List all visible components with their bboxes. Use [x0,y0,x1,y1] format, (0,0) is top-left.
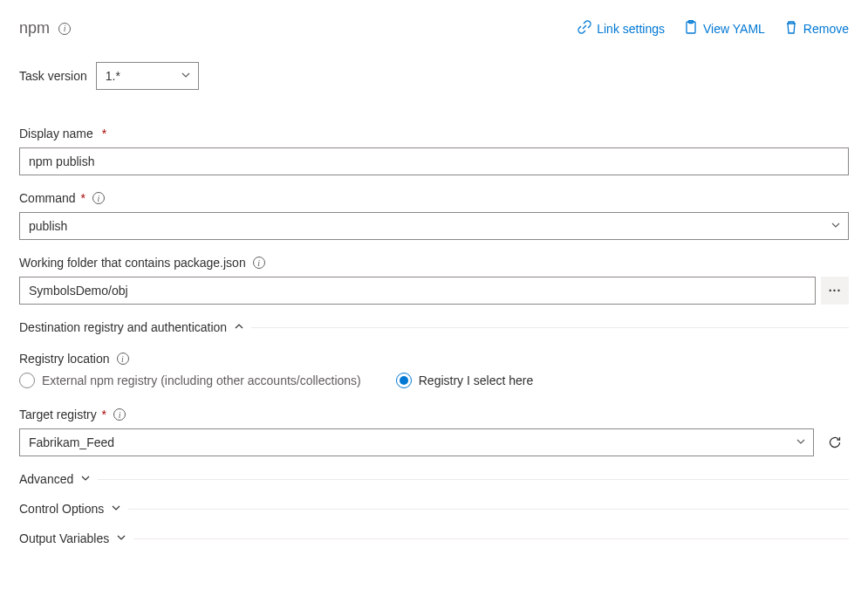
output-variables-section[interactable]: Output Variables [19,531,849,545]
info-icon[interactable]: i [92,192,105,204]
destination-section-header[interactable]: Destination registry and authentication [19,320,849,334]
view-yaml-label: View YAML [703,22,765,36]
working-folder-label-row: Working folder that contains package.jso… [19,256,849,270]
chevron-down-icon [830,219,841,233]
link-settings-button[interactable]: Link settings [578,20,665,37]
chevron-down-icon [80,472,91,486]
target-registry-field: Target registry * i Fabrikam_Feed [19,408,849,456]
remove-label: Remove [803,22,849,36]
display-name-field: Display name* [19,127,849,175]
header-row: npm i Link settings View YAML Remove [19,19,849,38]
info-icon[interactable]: i [58,23,71,35]
registry-location-radios: External npm registry (including other a… [19,373,849,388]
target-registry-label-row: Target registry * i [19,408,849,421]
radio-external-label: External npm registry (including other a… [42,373,361,387]
output-variables-title: Output Variables [19,531,109,545]
radio-external-registry[interactable]: External npm registry (including other a… [19,373,361,388]
radio-select-here[interactable]: Registry I select here [396,373,534,388]
clipboard-icon [684,20,698,37]
advanced-section[interactable]: Advanced [19,472,849,486]
info-icon[interactable]: i [113,408,126,421]
remove-button[interactable]: Remove [784,20,849,37]
target-registry-value: Fabrikam_Feed [29,435,114,449]
required-marker: * [99,408,106,421]
task-version-select[interactable]: 1.* [96,62,199,90]
advanced-title: Advanced [19,472,73,486]
display-name-label-row: Display name* [19,127,849,140]
command-field: Command * i publish [19,191,849,240]
target-registry-label: Target registry [19,408,97,421]
command-label-row: Command * i [19,191,849,205]
control-options-title: Control Options [19,502,104,516]
destination-section-title: Destination registry and authentication [19,320,227,334]
required-marker: * [102,127,106,140]
header-actions: Link settings View YAML Remove [578,20,849,37]
task-version-label: Task version [19,69,87,83]
registry-location-label-row: Registry location i [19,352,849,366]
browse-button[interactable]: ··· [821,277,849,305]
radio-circle-selected [396,373,412,388]
registry-location-field: Registry location i External npm registr… [19,352,849,388]
task-version-row: Task version 1.* [19,62,849,90]
control-options-section[interactable]: Control Options [19,502,849,516]
radio-circle [19,373,35,388]
section-divider [133,538,849,539]
task-version-value: 1.* [106,69,120,83]
command-select[interactable]: publish [19,212,849,240]
info-icon[interactable]: i [253,257,265,269]
refresh-button[interactable] [821,428,849,456]
working-folder-field: Working folder that contains package.jso… [19,256,849,305]
chevron-down-icon [181,69,191,83]
section-divider [128,509,849,510]
target-registry-select[interactable]: Fabrikam_Feed [19,428,814,456]
working-folder-label: Working folder that contains package.jso… [19,256,246,270]
section-divider [251,327,849,328]
display-name-label: Display name [19,127,93,140]
command-value: publish [29,219,67,233]
link-icon [578,20,591,37]
chevron-down-icon [111,502,121,516]
command-label: Command [19,191,76,205]
display-name-input[interactable] [19,147,849,175]
radio-dot [400,376,408,385]
view-yaml-button[interactable]: View YAML [684,20,765,37]
working-folder-input[interactable] [19,277,816,305]
info-icon[interactable]: i [117,353,129,365]
chevron-down-icon [116,531,126,545]
trash-icon [784,20,798,37]
chevron-up-icon [234,320,244,334]
radio-select-here-label: Registry I select here [419,373,534,387]
chevron-down-icon [796,435,806,449]
header-left: npm i [19,19,71,38]
required-marker: * [78,191,85,205]
registry-location-label: Registry location [19,352,110,366]
task-title: npm [19,19,50,38]
link-settings-label: Link settings [597,22,665,36]
section-divider [98,479,849,480]
